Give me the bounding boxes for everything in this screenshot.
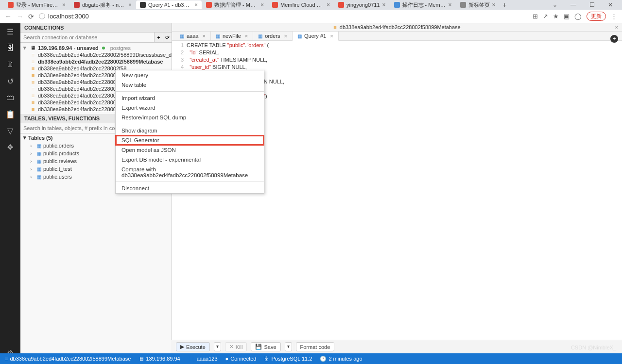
close-tab-icon[interactable]: × — [62, 1, 66, 8]
menu-icon[interactable]: ☰ — [5, 26, 16, 37]
forward-button[interactable]: → — [17, 13, 23, 20]
menu-item[interactable]: Import wizard — [116, 93, 264, 103]
bookmark-icon[interactable]: ★ — [553, 13, 559, 20]
menu-item[interactable]: SQL Generator — [116, 135, 264, 145]
close-tab-icon[interactable]: × — [449, 1, 452, 8]
menu-item[interactable]: Open model as JSON — [116, 145, 264, 155]
close-tab-icon[interactable]: × — [202, 33, 205, 39]
server-node[interactable]: ▾ 139.196.89.94 - unsaved postgres — [20, 44, 172, 51]
favicon-icon — [206, 2, 212, 8]
close-editor-button[interactable]: × — [615, 24, 618, 30]
favicon-icon — [394, 2, 400, 8]
close-tab-icon[interactable]: × — [382, 1, 386, 8]
reload-button[interactable]: ⟳ — [28, 13, 34, 20]
translate-icon[interactable]: ⊞ — [533, 13, 538, 20]
search-connections-input[interactable] — [20, 33, 154, 42]
close-tab-icon[interactable]: × — [284, 33, 287, 39]
editor-tab[interactable]: ▦newFile× — [211, 32, 253, 40]
menu-item[interactable]: Export DB model - experimental — [116, 155, 264, 165]
history-icon[interactable]: ↺ — [5, 76, 16, 86]
profile-icon[interactable]: ◯ — [574, 13, 582, 20]
save-dropdown[interactable]: ▾ — [285, 342, 292, 351]
favicon-icon — [338, 2, 344, 8]
url-field[interactable]: ⓘ localhost:3000 — [39, 12, 89, 21]
menu-item[interactable]: Disconnect — [116, 183, 264, 193]
browser-tab[interactable]: 数据库管理 - MemFireD× — [202, 0, 268, 9]
back-button[interactable]: ← — [5, 13, 12, 20]
refresh-connections-button[interactable]: ⟳ — [163, 33, 172, 42]
menu-item[interactable]: Restore/import SQL dump — [116, 113, 264, 122]
menu-icon[interactable]: ⋮ — [611, 13, 617, 20]
clipboard-icon[interactable]: 📋 — [5, 109, 16, 119]
kill-button[interactable]: ✕ Kill — [225, 342, 247, 351]
format-button[interactable]: Format code — [296, 342, 335, 351]
browser-tab[interactable]: yingyong0711× — [334, 0, 390, 9]
close-tab-icon[interactable]: × — [128, 1, 132, 8]
maximize-button[interactable]: ☐ — [584, 1, 600, 8]
favicon-icon — [460, 2, 466, 8]
context-menu: New queryNew tableImport wizardExport wi… — [115, 70, 264, 194]
share-icon[interactable]: ↗ — [543, 13, 548, 20]
browser-tab-strip: 登录 - MemFireDB×dbgate-服务 - npm×Query #1 … — [0, 0, 622, 10]
status-db[interactable]: ≡ db338ea9abb2ed4fadb2cc228002f58899Meta… — [5, 356, 131, 362]
close-tab-icon[interactable]: × — [330, 33, 333, 39]
editor-tab[interactable]: ▦Query #1× — [293, 32, 339, 41]
chevron-down-icon[interactable]: ⌄ — [547, 1, 563, 8]
execute-dropdown[interactable]: ▾ — [214, 342, 221, 351]
status-bar: ≡ db338ea9abb2ed4fadb2cc228002f58899Meta… — [0, 353, 622, 364]
status-engine[interactable]: 🗄 PostgreSQL 11.2 — [264, 356, 312, 362]
menu-item[interactable]: New query — [116, 70, 264, 80]
status-host[interactable]: 🖥 139.196.89.94 — [138, 356, 180, 362]
status-user[interactable]: 👤 aaaa123 — [188, 356, 218, 362]
database-node[interactable]: db338ea9abb2ed4fadb2cc228002f58899Discus… — [20, 51, 172, 58]
filter-icon[interactable]: ▽ — [5, 125, 16, 136]
watermark: CSDN @NimbleX_ — [571, 345, 616, 350]
menu-item[interactable]: New table — [116, 80, 264, 90]
execute-button[interactable]: ▶ Execute — [176, 342, 210, 351]
browser-tab[interactable]: Memfire Cloud SQL编× — [268, 0, 334, 9]
activity-rail: ☰ 🗄 🗎 ↺ 🗃 📋 ▽ ❖ ⚙ — [0, 23, 20, 364]
minimize-button[interactable]: — — [566, 1, 581, 8]
status-dot-icon — [102, 47, 105, 50]
add-connection-button[interactable]: + — [154, 33, 163, 42]
close-tab-icon[interactable]: × — [492, 1, 496, 8]
favicon-icon — [74, 2, 80, 8]
panel-icon[interactable]: ▣ — [564, 13, 570, 20]
menu-item[interactable]: Compare with db338ea9abb2ed4fadb2cc22800… — [116, 165, 264, 180]
menu-item[interactable]: Export wizard — [116, 103, 264, 113]
close-tab-icon[interactable]: × — [327, 1, 330, 8]
layers-icon[interactable]: ❖ — [5, 142, 16, 152]
editor-tab[interactable]: ▦aaaa× — [175, 32, 211, 40]
browser-tab[interactable]: Query #1 - db338ea9a× — [136, 0, 202, 9]
close-window-button[interactable]: ✕ — [603, 1, 618, 8]
editor-title-bar: ≡ db338ea9abb2ed4fadb2cc228002f58899Meta… — [172, 23, 622, 32]
editor-tab[interactable]: ▦orders× — [253, 32, 293, 40]
archive-icon[interactable]: 🗃 — [5, 92, 16, 103]
editor-toolbar: ▶ Execute ▾ ✕ Kill 💾 Save ▾ Format code — [171, 340, 622, 353]
close-tab-icon[interactable]: × — [245, 33, 248, 39]
browser-tab[interactable]: dbgate-服务 - npm× — [70, 0, 136, 9]
save-button[interactable]: 💾 Save — [251, 342, 280, 351]
update-button[interactable]: 更新 — [587, 12, 606, 21]
status-connection[interactable]: ● Connected — [225, 356, 257, 362]
database-icon: ≡ — [333, 24, 336, 30]
add-tab-button[interactable]: + — [610, 35, 618, 43]
database-icon[interactable]: 🗄 — [5, 43, 16, 53]
status-time[interactable]: 🕐 2 minutes ago — [320, 356, 362, 362]
close-tab-icon[interactable]: × — [194, 1, 198, 8]
favicon-icon — [8, 2, 14, 8]
browser-tab[interactable]: 登录 - MemFireDB× — [4, 0, 69, 9]
favicon-icon — [140, 2, 146, 8]
editor-tabs: ▦aaaa×▦newFile×▦orders×▦Query #1× — [172, 32, 622, 41]
close-tab-icon[interactable]: × — [260, 1, 264, 8]
connections-header: CONNECTIONS — [20, 23, 172, 33]
address-bar: ← → ⟳ ⓘ localhost:3000 ⊞ ↗ ★ ▣ ◯ 更新 ⋮ — [0, 10, 622, 23]
favicon-icon — [272, 2, 278, 8]
file-icon[interactable]: 🗎 — [5, 59, 16, 70]
browser-tab[interactable]: 操作日志 - MemFireDB× — [390, 0, 456, 9]
new-tab-button[interactable]: + — [500, 1, 510, 9]
menu-item[interactable]: Show diagram — [116, 126, 264, 135]
browser-tab[interactable]: 新标签页× — [456, 0, 500, 9]
database-node[interactable]: db338ea9abb2ed4fadb2cc228002f58899Metaba… — [20, 58, 172, 65]
